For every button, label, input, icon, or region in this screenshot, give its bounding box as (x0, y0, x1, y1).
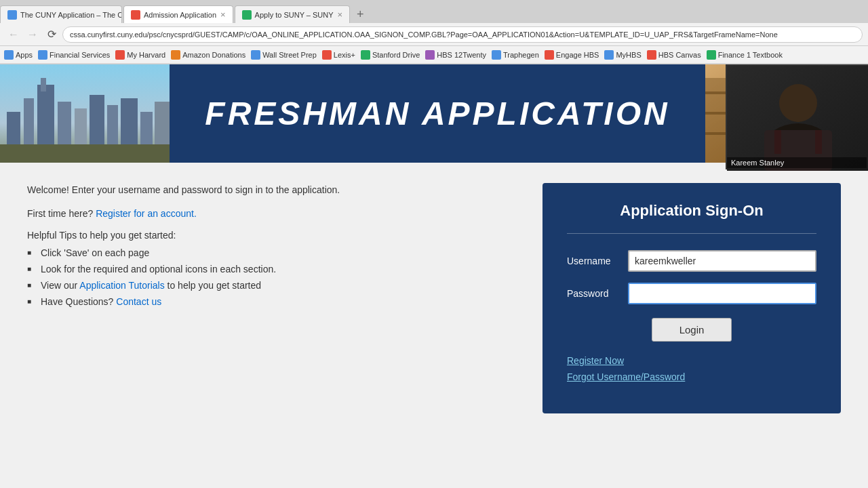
apps-icon (4, 50, 14, 60)
lexis-icon (322, 50, 332, 60)
bookmark-hbs12[interactable]: HBS 12Twenty (425, 50, 486, 60)
password-input[interactable] (628, 283, 816, 304)
tab-2-favicon (131, 10, 140, 20)
tab-1-favicon (7, 10, 17, 20)
svg-rect-12 (0, 144, 170, 163)
bookmark-lexis[interactable]: Lexis+ (322, 50, 355, 60)
left-content: Welcome! Enter your username and passwor… (27, 183, 522, 413)
page-content: FRESHMAN APPLICATION (0, 64, 868, 488)
bookmark-finance1-label: Finance 1 Textbook (718, 51, 783, 59)
webcam-participant-name: Kareem Stanley (727, 157, 867, 168)
myhbs-icon (604, 50, 614, 60)
tip-2: Look for the required and optional icons… (27, 264, 522, 274)
bookmark-traphegen[interactable]: Traphegen (492, 50, 539, 60)
reload-button[interactable]: ⟳ (43, 26, 60, 43)
tip-1: Click 'Save' on each page (27, 247, 522, 258)
finance1-icon (707, 50, 716, 60)
stanford-icon (361, 50, 370, 60)
tab-1[interactable]: The CUNY Application – The C... × (0, 5, 122, 23)
login-button[interactable]: Login (652, 318, 732, 342)
username-label: Username (567, 256, 628, 266)
bookmark-traphegen-label: Traphegen (503, 51, 539, 59)
header-city-image (0, 64, 170, 163)
tab-3[interactable]: Apply to SUNY – SUNY × (235, 5, 351, 23)
tip-3: View our Application Tutorials to help y… (27, 280, 522, 291)
hbscanvas-icon (647, 50, 656, 60)
hbs12-icon (425, 50, 435, 60)
tips-list: Click 'Save' on each page Look for the r… (27, 247, 522, 307)
financial-icon (38, 50, 47, 60)
signon-links: Register Now Forgot Username/Password (567, 355, 816, 382)
register-account-link[interactable]: Register for an account. (96, 208, 197, 219)
new-tab-button[interactable]: + (351, 5, 369, 23)
bookmark-engage-label: Engage HBS (556, 51, 599, 59)
browser-chrome: The CUNY Application – The C... × Admiss… (0, 0, 868, 64)
forward-button[interactable]: → (24, 26, 41, 43)
tab-3-close[interactable]: × (338, 9, 343, 20)
application-tutorials-link[interactable]: Application Tutorials (79, 280, 164, 291)
username-row: Username (567, 250, 816, 272)
bookmark-financial-label: Financial Services (50, 51, 110, 59)
tab-2[interactable]: Admission Application × (123, 5, 233, 23)
bookmark-engage[interactable]: Engage HBS (545, 50, 599, 60)
bookmark-wallstreet-label: Wall Street Prep (262, 51, 317, 59)
bookmark-amazon[interactable]: Amazon Donations (171, 50, 245, 60)
bookmark-hbscanvas[interactable]: HBS Canvas (647, 50, 701, 60)
city-skyline-svg (0, 64, 170, 163)
bookmark-myhbs-label: MyHBS (616, 51, 641, 59)
harvard-icon (115, 50, 125, 60)
password-row: Password (567, 283, 816, 304)
bookmark-apps-label: Apps (16, 51, 33, 59)
tip-4: Have Questions? Contact us (27, 296, 522, 307)
bookmark-wallstreet[interactable]: Wall Street Prep (251, 50, 317, 60)
tab-bar: The CUNY Application – The C... × Admiss… (0, 0, 868, 23)
register-text: First time here? Register for an account… (27, 208, 522, 219)
tab-3-label: Apply to SUNY – SUNY (255, 11, 334, 19)
webcam-video (727, 66, 868, 171)
bookmark-hbscanvas-label: HBS Canvas (658, 51, 701, 59)
webcam-overlay: Kareem Stanley (726, 64, 868, 169)
bookmark-stanford-label: Stanford Drive (372, 51, 420, 59)
address-bar[interactable] (62, 26, 863, 43)
bookmark-finance1[interactable]: Finance 1 Textbook (707, 50, 783, 60)
bookmark-apps[interactable]: Apps (4, 50, 33, 60)
bookmark-harvard-label: My Harvard (127, 51, 165, 59)
engage-icon (545, 50, 554, 60)
bookmark-amazon-label: Amazon Donations (182, 51, 245, 59)
bookmark-financial[interactable]: Financial Services (38, 50, 110, 60)
main-content: Welcome! Enter your username and passwor… (0, 163, 868, 434)
header-title-area: FRESHMAN APPLICATION (170, 64, 705, 163)
signon-title: Application Sign-On (567, 202, 816, 220)
bookmark-lexis-label: Lexis+ (334, 51, 355, 59)
traphegen-icon (492, 50, 501, 60)
signon-box: Application Sign-On Username Password Lo… (542, 183, 841, 413)
tips-title: Helpful Tips to help you get started: (27, 230, 522, 241)
svg-rect-26 (774, 130, 781, 154)
login-button-row: Login (567, 318, 816, 342)
welcome-text: Welcome! Enter your username and passwor… (27, 183, 522, 197)
wallstreet-icon (251, 50, 260, 60)
tab-1-label: The CUNY Application – The C... (20, 11, 122, 19)
bookmark-hbs12-label: HBS 12Twenty (437, 51, 486, 59)
svg-rect-4 (41, 78, 46, 92)
bookmark-stanford[interactable]: Stanford Drive (361, 50, 420, 60)
nav-bar: ← → ⟳ (0, 23, 868, 46)
amazon-icon (171, 50, 180, 60)
bookmark-myhbs[interactable]: MyHBS (604, 50, 641, 60)
bookmark-harvard[interactable]: My Harvard (115, 50, 165, 60)
svg-point-23 (779, 84, 817, 122)
forgot-credentials-link[interactable]: Forgot Username/Password (567, 371, 816, 382)
page-title: FRESHMAN APPLICATION (205, 95, 669, 132)
username-input[interactable] (628, 250, 816, 272)
tab-2-label: Admission Application (144, 11, 216, 19)
svg-rect-27 (815, 130, 822, 154)
bookmarks-bar: Apps Financial Services My Harvard Amazo… (0, 46, 868, 64)
password-label: Password (567, 288, 628, 299)
tab-2-close[interactable]: × (220, 9, 226, 20)
contact-us-link[interactable]: Contact us (116, 296, 161, 307)
register-now-link[interactable]: Register Now (567, 355, 816, 366)
back-button[interactable]: ← (5, 26, 22, 43)
tab-3-favicon (242, 10, 252, 20)
signon-divider (567, 233, 816, 234)
